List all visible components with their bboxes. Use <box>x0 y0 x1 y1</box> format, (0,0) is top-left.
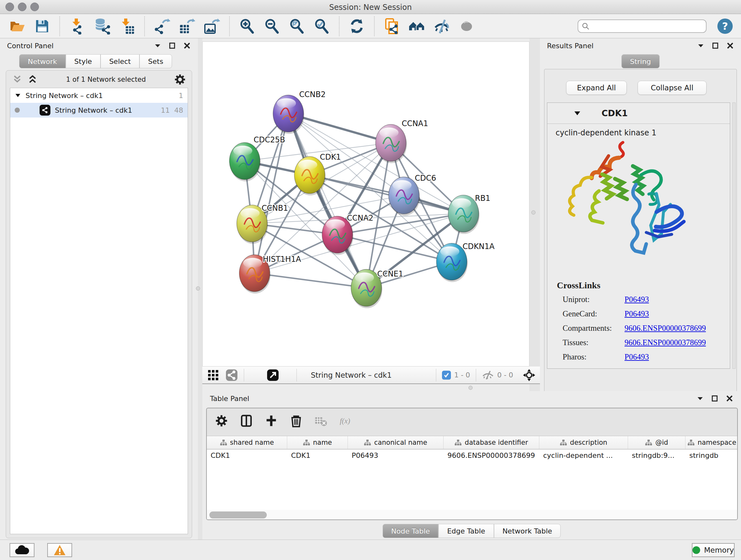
birds-eye-view-icon[interactable] <box>523 369 536 381</box>
network-row[interactable]: String Network – cdk1 11 48 <box>10 103 188 118</box>
tab-sets[interactable]: Sets <box>139 54 172 68</box>
left-splitter-handle[interactable] <box>196 287 200 291</box>
add-row-icon[interactable] <box>264 414 278 428</box>
tab-edge-table[interactable]: Edge Table <box>439 524 494 538</box>
panel-float-icon[interactable] <box>169 42 176 50</box>
edge-CDK1-RB1[interactable] <box>310 175 463 213</box>
network-current-dot <box>15 108 20 113</box>
column-header-id[interactable]: @id <box>628 436 685 449</box>
selected-checkbox[interactable] <box>442 371 451 380</box>
column-header-canonicalname[interactable]: canonical name <box>348 436 444 449</box>
panel-close-icon[interactable] <box>726 395 733 402</box>
open-in-new-window-icon[interactable] <box>266 369 279 381</box>
network-canvas[interactable]: CCNB2CCNA1CDC25BCDK1CDC6RB1CCNB1CCNA2CDK… <box>202 42 529 367</box>
hidden-count: 0 - 0 <box>497 371 513 379</box>
network-from-selection-icon[interactable] <box>384 18 400 35</box>
node-HIST1H1A[interactable]: HIST1H1A <box>239 255 301 294</box>
network-collection-row[interactable]: String Network – cdk1 1 <box>10 88 188 103</box>
edge-HIST1H1A-CCNE1[interactable] <box>255 273 366 288</box>
collection-expand-icon[interactable] <box>15 92 21 99</box>
export-table-icon[interactable] <box>179 18 195 35</box>
node-RB1[interactable]: RB1 <box>448 194 490 234</box>
home-icon[interactable] <box>408 18 425 35</box>
crosslink-value-1[interactable]: P06493 <box>624 309 649 318</box>
crosslink-value-3[interactable]: 9606.ENSP00000378699 <box>624 338 706 347</box>
hidden-eye-icon[interactable] <box>482 370 494 380</box>
table-row[interactable]: CDK1CDK1P064939606.ENSP00000378699cyclin… <box>207 449 738 463</box>
table-cell: cyclin-dependent ... <box>539 449 628 463</box>
node-CCNA2[interactable]: CCNA2 <box>322 213 374 255</box>
zoom-in-icon[interactable] <box>239 18 255 35</box>
warnings-button[interactable] <box>47 543 72 557</box>
node-CCNA1[interactable]: CCNA1 <box>376 119 428 163</box>
selected-count: 1 - 0 <box>454 371 470 379</box>
column-header-namespace[interactable]: namespace <box>685 436 738 449</box>
delete-row-icon[interactable] <box>289 414 303 428</box>
node-CDC6[interactable]: CDC6 <box>389 174 436 216</box>
search-box[interactable] <box>578 19 706 33</box>
tab-select[interactable]: Select <box>100 54 139 68</box>
settings-gear-icon[interactable] <box>214 414 228 428</box>
collapse-all-button[interactable]: Collapse All <box>637 81 706 95</box>
network-view: CCNB2CCNA1CDC25BCDK1CDC6RB1CCNB1CCNA2CDK… <box>202 38 540 384</box>
tab-network[interactable]: Network <box>19 54 66 68</box>
collapse-all-networks-icon[interactable] <box>12 75 23 84</box>
preview-eye-icon[interactable] <box>458 18 475 35</box>
import-table-icon[interactable] <box>119 18 135 35</box>
gene-description: cyclin-dependent kinase 1 <box>547 124 730 137</box>
search-input[interactable] <box>590 22 698 30</box>
entry-collapse-icon[interactable] <box>574 110 581 117</box>
network-options-gear-icon[interactable] <box>174 73 186 85</box>
memory-button[interactable]: Memory <box>692 543 735 557</box>
export-image-icon[interactable] <box>204 18 220 35</box>
crosslink-value-4[interactable]: P06493 <box>624 353 649 361</box>
zoom-out-icon[interactable] <box>264 18 280 35</box>
tab-node-table[interactable]: Node Table <box>383 524 439 538</box>
column-header-sharedname[interactable]: shared name <box>207 436 287 449</box>
zoom-selected-icon[interactable] <box>313 18 330 35</box>
bottom-splitter-handle[interactable] <box>468 386 473 390</box>
column-header-databaseidentifier[interactable]: database identifier <box>444 436 539 449</box>
crosslink-value-2[interactable]: 9606.ENSP00000378699 <box>624 324 706 333</box>
grid-view-icon[interactable] <box>207 369 219 381</box>
table-hscrollbar-thumb[interactable] <box>209 511 267 518</box>
zoom-fit-icon[interactable] <box>288 18 305 35</box>
tab-network-table[interactable]: Network Table <box>494 524 561 538</box>
expand-all-button[interactable]: Expand All <box>566 81 627 95</box>
help-button[interactable]: ? <box>718 18 733 34</box>
tab-style[interactable]: Style <box>66 54 100 68</box>
expand-all-networks-icon[interactable] <box>27 75 38 84</box>
crosslinks-title: CrossLinks <box>557 280 723 291</box>
column-header-name[interactable]: name <box>287 436 348 449</box>
import-database-icon[interactable] <box>94 18 111 35</box>
crosslink-value-0[interactable]: P06493 <box>624 295 649 304</box>
panel-collapse-icon[interactable] <box>154 42 161 50</box>
export-network-icon[interactable] <box>154 18 171 35</box>
open-session-icon[interactable] <box>9 18 25 35</box>
function-builder-icon: f(x) <box>339 414 359 428</box>
refresh-icon[interactable] <box>348 18 365 35</box>
cloud-services-button[interactable] <box>10 543 35 557</box>
node-CCNB2[interactable]: CCNB2 <box>273 90 326 134</box>
node-detail-header[interactable]: CDK1 <box>547 103 730 124</box>
panel-close-icon[interactable] <box>183 42 191 50</box>
panel-close-icon[interactable] <box>726 42 734 50</box>
results-tab-string[interactable]: String <box>621 54 660 68</box>
import-network-icon[interactable] <box>69 18 85 35</box>
node-CCNB1[interactable]: CCNB1 <box>237 204 288 244</box>
node-CDKN1A[interactable]: CDKN1A <box>436 242 495 282</box>
results-scrollbar[interactable] <box>732 103 736 369</box>
panel-collapse-icon[interactable] <box>697 42 704 50</box>
panel-float-icon[interactable] <box>711 395 719 402</box>
crosslink-row: Uniprot:P06493 <box>557 295 723 304</box>
node-CCNE1[interactable]: CCNE1 <box>351 269 403 308</box>
panel-float-icon[interactable] <box>712 42 719 50</box>
panel-collapse-icon[interactable] <box>696 395 704 402</box>
node-label-CCNE1: CCNE1 <box>377 269 403 278</box>
show-columns-icon[interactable] <box>239 414 253 428</box>
crosslink-row: Compartments:9606.ENSP00000378699 <box>557 324 723 333</box>
network-share-icon[interactable] <box>225 369 238 381</box>
save-session-icon[interactable] <box>34 18 51 35</box>
hide-show-icon[interactable] <box>433 18 450 35</box>
column-header-description[interactable]: description <box>539 436 628 449</box>
